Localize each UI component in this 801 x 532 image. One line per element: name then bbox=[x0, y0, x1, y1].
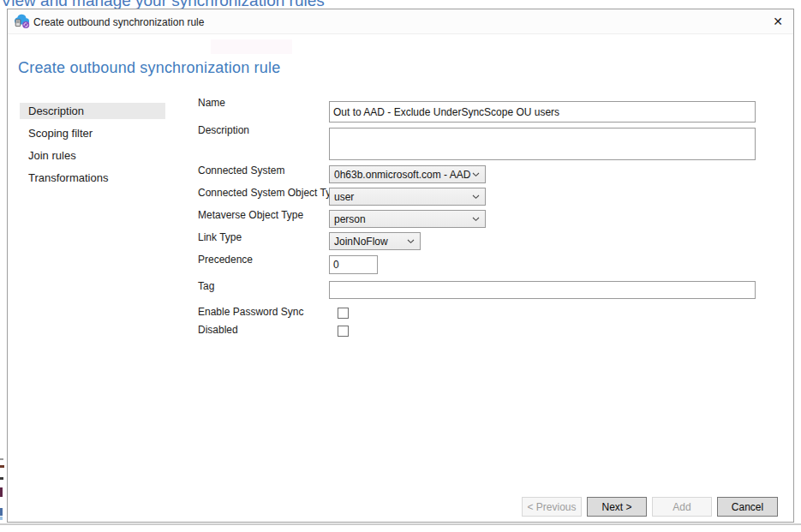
name-input[interactable] bbox=[329, 101, 756, 123]
sync-rules-app-icon bbox=[14, 14, 30, 29]
background-window-fragment bbox=[0, 508, 3, 516]
background-window-border bbox=[0, 523, 801, 525]
dialog-titlebar: Create outbound synchronization rule ✕ bbox=[8, 9, 793, 34]
nav-item-scoping-filter[interactable]: Scoping filter bbox=[20, 125, 165, 141]
link-type-dropdown[interactable]: JoinNoFlow bbox=[329, 232, 421, 250]
nav-item-transformations[interactable]: Transformations bbox=[20, 170, 165, 186]
metaverse-object-type-dropdown[interactable]: person bbox=[329, 210, 486, 228]
render-artifact bbox=[211, 39, 292, 54]
close-button[interactable]: ✕ bbox=[768, 11, 788, 32]
create-outbound-sync-rule-dialog: Create outbound synchronization rule ✕ C… bbox=[7, 9, 794, 523]
link-type-selected-value: JoinNoFlow bbox=[334, 236, 407, 248]
connected-system-label: Connected System bbox=[198, 164, 284, 176]
disabled-label: Disabled bbox=[198, 324, 238, 336]
next-button[interactable]: Next > bbox=[587, 497, 647, 517]
page-title: Create outbound synchronization rule bbox=[18, 59, 280, 77]
connected-system-object-type-selected-value: user bbox=[334, 191, 472, 203]
link-type-label: Link Type bbox=[198, 231, 242, 243]
nav-item-join-rules[interactable]: Join rules bbox=[20, 147, 165, 164]
connected-system-object-type-dropdown[interactable]: user bbox=[329, 188, 486, 206]
chevron-down-icon bbox=[472, 194, 480, 200]
desktop-background: { "background": { "page_heading": "View … bbox=[0, 0, 801, 532]
disabled-checkbox[interactable] bbox=[338, 326, 349, 337]
description-textarea[interactable] bbox=[329, 128, 756, 160]
background-window-fragment bbox=[0, 477, 3, 480]
wizard-step-nav: Description Scoping filter Join rules Tr… bbox=[20, 103, 165, 192]
nav-item-description[interactable]: Description bbox=[20, 103, 165, 119]
background-window-fragment bbox=[0, 487, 3, 497]
background-window-fragment bbox=[0, 458, 3, 460]
tag-input[interactable] bbox=[329, 281, 756, 299]
background-window-fragment bbox=[0, 465, 4, 468]
add-button[interactable]: Add bbox=[652, 497, 712, 517]
chevron-down-icon bbox=[472, 172, 480, 177]
chevron-down-icon bbox=[407, 239, 415, 244]
connected-system-selected-value: 0h63b.onmicrosoft.com - AAD bbox=[334, 169, 472, 181]
precedence-input[interactable] bbox=[329, 255, 378, 274]
chevron-down-icon bbox=[472, 217, 480, 222]
precedence-label: Precedence bbox=[198, 254, 253, 266]
enable-password-sync-checkbox[interactable] bbox=[338, 308, 349, 319]
dialog-title: Create outbound synchronization rule bbox=[33, 16, 204, 28]
background-window-fragment bbox=[0, 517, 3, 520]
cancel-button[interactable]: Cancel bbox=[717, 497, 778, 517]
connected-system-dropdown[interactable]: 0h63b.onmicrosoft.com - AAD bbox=[329, 165, 486, 183]
previous-button[interactable]: < Previous bbox=[522, 497, 582, 517]
tag-label: Tag bbox=[198, 280, 214, 292]
metaverse-object-type-selected-value: person bbox=[334, 213, 472, 225]
description-label: Description bbox=[198, 124, 249, 136]
enable-password-sync-label: Enable Password Sync bbox=[198, 306, 303, 318]
connected-system-object-type-label: Connected System Object Type bbox=[198, 187, 343, 199]
metaverse-object-type-label: Metaverse Object Type bbox=[198, 209, 303, 221]
name-label: Name bbox=[198, 97, 225, 109]
